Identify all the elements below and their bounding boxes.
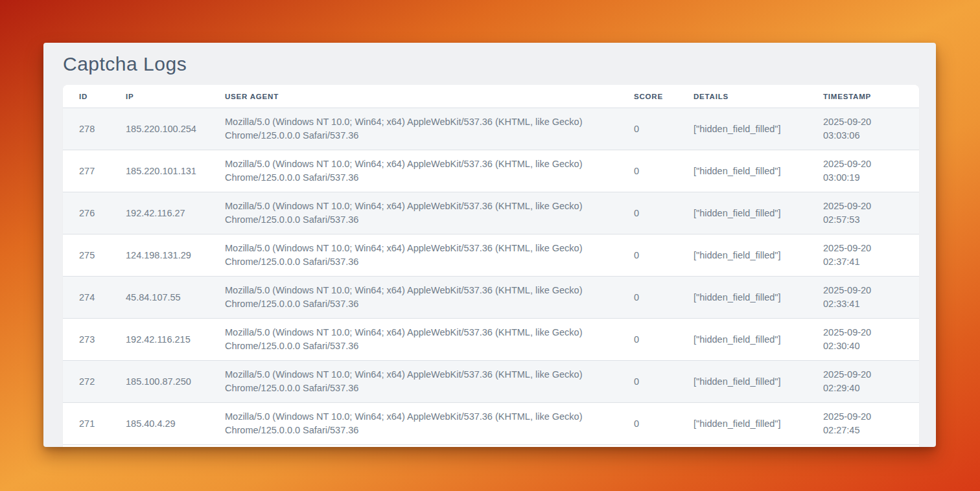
cell-score: 0: [618, 108, 677, 150]
cell-score: 0: [618, 361, 677, 403]
column-header-details: DETAILS: [677, 85, 807, 108]
table-header-row: ID IP USER AGENT SCORE DETAILS TIMESTAMP: [63, 85, 919, 108]
cell-score: 0: [618, 192, 677, 234]
cell-user_agent: Mozilla/5.0 (Windows NT 10.0; Win64; x64…: [209, 319, 618, 361]
column-header-timestamp: TIMESTAMP: [807, 85, 919, 108]
table-row: 276192.42.116.27Mozilla/5.0 (Windows NT …: [63, 192, 919, 234]
cell-id: 278: [63, 108, 110, 150]
logs-table: ID IP USER AGENT SCORE DETAILS TIMESTAMP…: [63, 85, 919, 445]
cell-ip: 192.42.116.215: [110, 319, 209, 361]
page-title: Captcha Logs: [63, 53, 187, 75]
cell-user_agent: Mozilla/5.0 (Windows NT 10.0; Win64; x64…: [209, 361, 618, 403]
cell-score: 0: [618, 403, 677, 445]
cell-ip: 185.220.101.131: [110, 150, 209, 192]
cell-user_agent: Mozilla/5.0 (Windows NT 10.0; Win64; x64…: [209, 108, 618, 150]
cell-details: ["hidden_field_filled"]: [677, 150, 807, 192]
cell-details: ["hidden_field_filled"]: [677, 319, 807, 361]
cell-id: 271: [63, 403, 110, 445]
cell-ip: 192.42.116.27: [110, 192, 209, 234]
cell-details: ["hidden_field_filled"]: [677, 277, 807, 319]
cell-timestamp: 2025-09-20 03:03:06: [807, 108, 919, 150]
cell-details: ["hidden_field_filled"]: [677, 192, 807, 234]
column-header-ip: IP: [110, 85, 209, 108]
column-header-user-agent: USER AGENT: [209, 85, 618, 108]
cell-timestamp: 2025-09-20 02:37:41: [807, 234, 919, 277]
cell-ip: 185.100.87.250: [110, 361, 209, 403]
cell-details: ["hidden_field_filled"]: [677, 361, 807, 403]
cell-user_agent: Mozilla/5.0 (Windows NT 10.0; Win64; x64…: [209, 192, 618, 234]
cell-details: ["hidden_field_filled"]: [677, 403, 807, 445]
table-row: 275124.198.131.29Mozilla/5.0 (Windows NT…: [63, 234, 919, 277]
cell-ip: 185.220.100.254: [110, 108, 209, 150]
cell-user_agent: Mozilla/5.0 (Windows NT 10.0; Win64; x64…: [209, 234, 618, 277]
cell-score: 0: [618, 277, 677, 319]
cell-score: 0: [618, 234, 677, 277]
page-background: { "page": { "title": "Captcha Logs" }, "…: [0, 0, 980, 491]
cell-ip: 185.40.4.29: [110, 403, 209, 445]
logs-table-container: ID IP USER AGENT SCORE DETAILS TIMESTAMP…: [63, 85, 919, 447]
cell-id: 275: [63, 234, 110, 277]
table-row: 272185.100.87.250Mozilla/5.0 (Windows NT…: [63, 361, 919, 403]
cell-id: 274: [63, 277, 110, 319]
table-row: 278185.220.100.254Mozilla/5.0 (Windows N…: [63, 108, 919, 150]
table-row: 27445.84.107.55Mozilla/5.0 (Windows NT 1…: [63, 277, 919, 319]
cell-ip: 124.198.131.29: [110, 234, 209, 277]
cell-timestamp: 2025-09-20 03:00:19: [807, 150, 919, 192]
cell-id: 276: [63, 192, 110, 234]
cell-timestamp: 2025-09-20 02:29:40: [807, 361, 919, 403]
cell-ip: 45.84.107.55: [110, 277, 209, 319]
cell-id: 273: [63, 319, 110, 361]
cell-timestamp: 2025-09-20 02:57:53: [807, 192, 919, 234]
table-row: 273192.42.116.215Mozilla/5.0 (Windows NT…: [63, 319, 919, 361]
captcha-logs-card: Captcha Logs ID IP USER AGENT SCORE DETA…: [43, 43, 936, 447]
table-row: 277185.220.101.131Mozilla/5.0 (Windows N…: [63, 150, 919, 192]
table-row: 271185.40.4.29Mozilla/5.0 (Windows NT 10…: [63, 403, 919, 445]
column-header-id: ID: [63, 85, 110, 108]
cell-user_agent: Mozilla/5.0 (Windows NT 10.0; Win64; x64…: [209, 150, 618, 192]
cell-details: ["hidden_field_filled"]: [677, 234, 807, 277]
cell-details: ["hidden_field_filled"]: [677, 108, 807, 150]
cell-timestamp: 2025-09-20 02:33:41: [807, 277, 919, 319]
column-header-score: SCORE: [618, 85, 677, 108]
cell-score: 0: [618, 319, 677, 361]
cell-id: 272: [63, 361, 110, 403]
cell-score: 0: [618, 150, 677, 192]
cell-timestamp: 2025-09-20 02:27:45: [807, 403, 919, 445]
cell-user_agent: Mozilla/5.0 (Windows NT 10.0; Win64; x64…: [209, 403, 618, 445]
cell-id: 277: [63, 150, 110, 192]
cell-user_agent: Mozilla/5.0 (Windows NT 10.0; Win64; x64…: [209, 277, 618, 319]
table-body: 278185.220.100.254Mozilla/5.0 (Windows N…: [63, 108, 919, 445]
cell-timestamp: 2025-09-20 02:30:40: [807, 319, 919, 361]
